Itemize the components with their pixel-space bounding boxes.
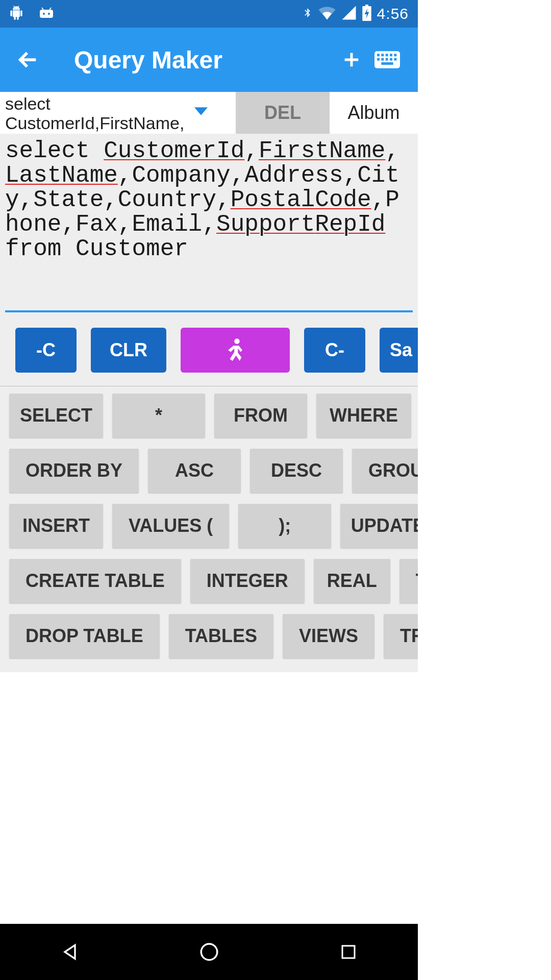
kw-triggers[interactable]: TRIGGERS <box>384 614 418 658</box>
kw-values[interactable]: VALUES ( <box>112 504 229 548</box>
kw-star[interactable]: * <box>112 394 205 437</box>
battery-charging-icon <box>362 5 372 23</box>
app-title: Query Maker <box>74 46 222 74</box>
cell-signal-icon <box>341 5 357 22</box>
svg-rect-0 <box>40 10 53 18</box>
kw-from[interactable]: FROM <box>214 394 307 437</box>
run-query-button[interactable] <box>181 328 290 373</box>
kw-orderby[interactable]: ORDER BY <box>9 449 139 493</box>
svg-rect-15 <box>386 58 388 61</box>
svg-rect-16 <box>390 58 392 61</box>
svg-rect-8 <box>377 54 380 56</box>
clear-button[interactable]: CLR <box>91 328 166 373</box>
svg-rect-18 <box>381 62 393 65</box>
query-top-row: select CustomerId,FirstName, DEL Album <box>0 92 418 134</box>
kw-select[interactable]: SELECT <box>9 394 103 437</box>
kw-droptable[interactable]: DROP TABLE <box>9 614 160 658</box>
keyword-pad: SELECT * FROM WHERE ORDER BY ASC DESC GR… <box>0 386 418 672</box>
status-bar: 4:56 <box>0 0 418 28</box>
table-dropdown[interactable]: Album <box>330 92 418 134</box>
kw-text[interactable]: TEXT <box>399 559 418 603</box>
svg-rect-10 <box>386 54 388 56</box>
cursor-left-button[interactable]: -C <box>15 328 77 373</box>
kw-closeparen[interactable]: ); <box>238 504 331 548</box>
app-bar: Query Maker <box>0 28 418 92</box>
wifi-icon <box>318 5 336 22</box>
cursor-right-button[interactable]: C- <box>304 328 365 373</box>
kw-tables[interactable]: TABLES <box>169 614 273 658</box>
svg-point-1 <box>43 13 45 15</box>
kw-insert[interactable]: INSERT <box>9 504 103 548</box>
svg-point-2 <box>48 13 50 15</box>
run-icon <box>224 337 246 363</box>
save-button[interactable]: Sa <box>380 328 418 373</box>
editor-container: select CustomerId,FirstName,LastName,Com… <box>0 134 418 312</box>
add-button[interactable] <box>334 50 369 70</box>
kw-update[interactable]: UPDATE <box>340 504 418 548</box>
status-time: 4:56 <box>377 5 409 22</box>
saved-query-dropdown[interactable]: select CustomerId,FirstName, <box>0 92 236 134</box>
kw-views[interactable]: VIEWS <box>283 614 374 658</box>
kw-createtable[interactable]: CREATE TABLE <box>9 559 181 603</box>
kw-asc[interactable]: ASC <box>148 449 241 493</box>
keyboard-button[interactable] <box>369 51 405 69</box>
debug-icon <box>39 7 54 21</box>
bluetooth-icon <box>303 5 313 23</box>
svg-line-3 <box>42 8 43 10</box>
back-button[interactable] <box>13 48 43 71</box>
svg-rect-6 <box>365 5 368 7</box>
action-row: -C CLR C- Sa <box>0 312 418 386</box>
kw-real[interactable]: REAL <box>314 559 390 603</box>
kw-groupby[interactable]: GROUP BY <box>352 449 418 493</box>
android-icon <box>9 5 23 22</box>
sql-editor[interactable]: select CustomerId,FirstName,LastName,Com… <box>5 139 413 312</box>
svg-rect-13 <box>377 58 380 61</box>
svg-line-4 <box>49 8 51 10</box>
svg-rect-11 <box>390 54 392 56</box>
svg-rect-17 <box>394 58 396 61</box>
dropdown-caret-icon <box>194 107 208 117</box>
svg-rect-12 <box>394 54 396 56</box>
kw-desc[interactable]: DESC <box>250 449 343 493</box>
svg-rect-14 <box>381 58 384 61</box>
svg-point-19 <box>234 338 240 344</box>
delete-query-button[interactable]: DEL <box>236 92 330 134</box>
svg-rect-9 <box>381 54 384 56</box>
kw-integer[interactable]: INTEGER <box>190 559 305 603</box>
table-dropdown-label: Album <box>347 102 399 124</box>
kw-where[interactable]: WHERE <box>316 394 411 437</box>
